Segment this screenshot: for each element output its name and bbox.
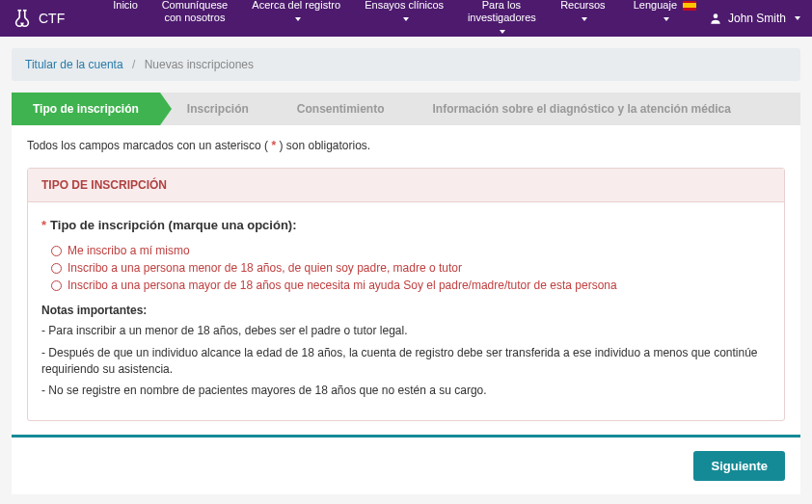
main-panel: Tipo de inscripción Inscripción Consenti… — [12, 93, 800, 494]
radio-icon — [51, 263, 62, 274]
section-header: TIPO DE INSCRIPCIÓN — [28, 169, 784, 202]
logo-icon — [12, 8, 33, 29]
breadcrumb-separator: / — [132, 58, 135, 71]
question-label: *Tipo de inscripción (marque una opción)… — [41, 218, 771, 232]
next-button[interactable]: Siguiente — [693, 451, 785, 481]
radio-option-adult-assist[interactable]: Inscribo a una persona mayor de 18 años … — [51, 279, 771, 292]
section-content: *Tipo de inscripción (marque una opción)… — [28, 202, 784, 420]
wizard-step-consent[interactable]: Consentimiento — [270, 93, 406, 125]
nav-contact[interactable]: Comuníquese con nosotros — [151, 0, 238, 41]
top-navigation: CTF Inicio Comuníquese con nosotros Acer… — [0, 0, 812, 37]
nav-home[interactable]: Inicio — [103, 0, 148, 41]
svg-point-2 — [714, 13, 718, 18]
note-transfer-18: - Después de que un individuo alcance la… — [41, 345, 771, 378]
nav-trials[interactable]: Ensayos clínicos — [354, 0, 454, 41]
breadcrumb-account-holder[interactable]: Titular de la cuenta — [25, 58, 123, 71]
nav-menu: Inicio Comuníquese con nosotros Acerca d… — [103, 0, 709, 41]
nav-language[interactable]: Lenguaje — [621, 0, 709, 41]
enrollment-type-radio-group: Me inscribo a mí mismo Inscribo a una pe… — [51, 244, 771, 292]
nav-researchers[interactable]: Para los investigadores — [458, 0, 545, 41]
radio-label-minor: Inscribo a una persona menor de 18 años,… — [68, 261, 462, 275]
radio-option-minor[interactable]: Inscribo a una persona menor de 18 años,… — [51, 261, 771, 275]
form-footer: Siguiente — [12, 435, 800, 494]
nav-language-label: Lenguaje — [634, 0, 677, 11]
wizard-steps: Tipo de inscripción Inscripción Consenti… — [12, 93, 800, 125]
wizard-step-diagnosis-info[interactable]: Información sobre el diagnóstico y la at… — [405, 93, 751, 125]
wizard-step-enrollment[interactable]: Inscripción — [160, 93, 270, 125]
enrollment-type-section: TIPO DE INSCRIPCIÓN *Tipo de inscripción… — [27, 168, 785, 421]
form-body: Todos los campos marcados con un asteris… — [12, 125, 800, 435]
radio-label-self: Me inscribo a mí mismo — [68, 244, 190, 257]
radio-icon — [51, 246, 62, 256]
brand-name: CTF — [39, 11, 65, 26]
radio-option-self[interactable]: Me inscribo a mí mismo — [51, 244, 771, 257]
radio-icon — [51, 280, 62, 291]
breadcrumb-current: Nuevas inscripciones — [145, 58, 254, 71]
required-fields-note: Todos los campos marcados con un asteris… — [27, 139, 785, 152]
user-name: John Smith — [728, 12, 786, 25]
nav-about[interactable]: Acerca del registro — [242, 0, 351, 41]
note-minor-guardian: - Para inscribir a un menor de 18 años, … — [41, 323, 771, 339]
required-asterisk: * — [41, 218, 46, 232]
chevron-down-icon — [661, 12, 669, 23]
important-notes-title: Notas importantes: — [41, 304, 771, 317]
nav-resources[interactable]: Recursos — [549, 0, 617, 41]
breadcrumb: Titular de la cuenta / Nuevas inscripcio… — [12, 48, 800, 81]
wizard-step-enrollment-type[interactable]: Tipo de inscripción — [12, 93, 160, 125]
flag-spain-icon — [683, 1, 696, 11]
note-no-register-others: - No se registre en nombre de pacientes … — [41, 383, 771, 399]
user-menu[interactable]: John Smith — [709, 12, 800, 25]
radio-label-adult: Inscribo a una persona mayor de 18 años … — [68, 279, 617, 292]
user-icon — [709, 12, 722, 25]
brand-logo[interactable]: CTF — [12, 8, 65, 29]
